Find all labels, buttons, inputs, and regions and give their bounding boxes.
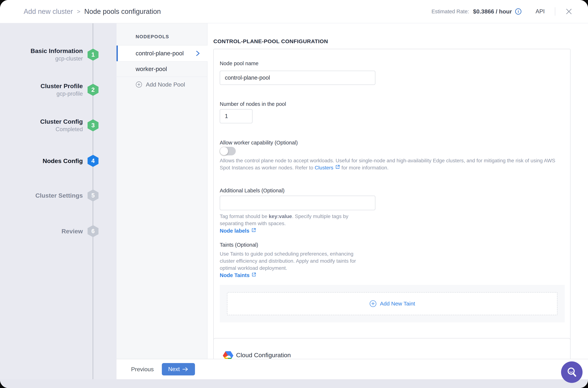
external-link-icon xyxy=(335,164,340,171)
stepper-connector-line xyxy=(93,23,93,388)
step-hexagon-badge: 6 xyxy=(88,225,98,237)
step-title: Cluster Config xyxy=(6,118,83,125)
breadcrumb: Add new cluster > Node pools configurati… xyxy=(24,8,161,16)
arrow-right-icon xyxy=(182,367,188,372)
pool-configuration-title: CONTROL-PLANE-POOL CONFIGURATION xyxy=(213,38,328,45)
plus-circle-icon xyxy=(369,300,377,307)
step-subtitle: gcp-profile xyxy=(6,90,83,97)
window-bottom-band xyxy=(0,379,588,388)
nodepool-item-control-plane-pool[interactable]: control-plane-pool xyxy=(116,45,207,62)
taints-label: Taints (Optional) xyxy=(220,242,258,248)
wizard-footer: Previous Next xyxy=(116,359,588,379)
step-title: Cluster Settings xyxy=(6,192,83,199)
api-button[interactable]: API xyxy=(536,8,545,15)
node-labels-link[interactable]: Node labels xyxy=(220,228,256,234)
close-icon[interactable] xyxy=(565,8,572,15)
stepper-step-basic-information[interactable]: Basic Information gcp-cluster 1 xyxy=(0,49,116,61)
breadcrumb-separator: > xyxy=(77,8,80,15)
add-node-pool-button[interactable]: Add Node Pool xyxy=(136,77,185,92)
header-divider xyxy=(555,7,555,16)
taints-description: Use Taints to guide pod scheduling prefe… xyxy=(220,250,365,272)
worker-capability-label: Allow worker capability (Optional) xyxy=(220,140,298,146)
nodepool-item-label: control-plane-pool xyxy=(136,50,184,57)
stepper-step-cluster-settings[interactable]: Cluster Settings 5 xyxy=(0,190,116,201)
worker-capability-description: Allows the control plane node to accept … xyxy=(220,157,565,171)
node-count-label: Number of nodes in the pool xyxy=(220,101,286,107)
external-link-icon xyxy=(251,228,256,234)
node-count-input[interactable] xyxy=(220,109,252,123)
previous-button[interactable]: Previous xyxy=(131,366,154,373)
add-cluster-wizard-window: Basic Information gcp-cluster 1 Cluster … xyxy=(0,0,588,388)
chevron-right-icon xyxy=(195,50,201,56)
step-hexagon-badge: 2 xyxy=(88,84,98,96)
stepper-sidebar xyxy=(0,23,116,388)
nodepools-header: NODEPOOLS xyxy=(136,34,169,40)
plus-circle-icon xyxy=(136,81,142,88)
step-hexagon-badge: 3 xyxy=(88,119,98,131)
step-subtitle: Completed xyxy=(6,126,83,133)
step-title: Review xyxy=(6,227,83,235)
toggle-knob xyxy=(220,147,228,155)
help-chat-button[interactable] xyxy=(561,362,583,383)
stepper-step-cluster-profile[interactable]: Cluster Profile gcp-profile 2 xyxy=(0,84,116,96)
step-title: Cluster Profile xyxy=(6,82,83,90)
node-pool-name-input[interactable] xyxy=(220,71,375,85)
estimated-rate-value: $0.3866 / hour xyxy=(473,8,512,15)
nodepool-item-label: worker-pool xyxy=(136,66,167,73)
step-hexagon-badge: 1 xyxy=(88,49,98,61)
step-subtitle: gcp-cluster xyxy=(6,55,83,62)
info-icon[interactable]: i xyxy=(515,8,521,15)
step-title: Basic Information xyxy=(6,47,83,55)
additional-labels-label: Additional Labels (Optional) xyxy=(220,188,285,194)
breadcrumb-node-pools-configuration: Node pools configuration xyxy=(84,8,161,16)
stepper-step-cluster-config[interactable]: Cluster Config Completed 3 xyxy=(0,119,116,131)
external-link-icon xyxy=(251,272,256,278)
step-hexagon-badge: 5 xyxy=(88,190,98,201)
cloud-configuration-title: Cloud Configuration xyxy=(236,352,291,359)
next-button[interactable]: Next xyxy=(162,363,195,375)
node-taints-link[interactable]: Node Taints xyxy=(220,272,256,278)
add-new-taint-button[interactable]: Add New Taint xyxy=(227,292,557,315)
wizard-header: Add new cluster > Node pools configurati… xyxy=(0,0,588,23)
additional-labels-hint: Tag format should be key:value. Specify … xyxy=(220,213,371,227)
stepper-step-review[interactable]: Review 6 xyxy=(0,225,116,237)
search-chat-icon xyxy=(565,365,578,379)
nodepool-item-worker-pool[interactable]: worker-pool xyxy=(116,62,207,77)
breadcrumb-add-new-cluster[interactable]: Add new cluster xyxy=(24,8,73,16)
worker-capability-toggle[interactable] xyxy=(220,147,236,155)
pool-configuration-card: Node pool name Number of nodes in the po… xyxy=(213,49,570,342)
additional-labels-input[interactable] xyxy=(220,196,375,210)
estimated-rate-label: Estimated Rate: xyxy=(431,9,469,15)
taints-drop-zone: Add New Taint xyxy=(220,285,565,322)
node-pool-name-label: Node pool name xyxy=(220,60,258,67)
step-title: Nodes Config xyxy=(6,157,83,165)
step-hexagon-badge: 4 xyxy=(88,155,98,167)
stepper-step-nodes-config[interactable]: Nodes Config 4 xyxy=(0,155,116,167)
wizard-content-panel: NODEPOOLS control-plane-pool worker-pool… xyxy=(116,23,588,379)
nodepools-panel: NODEPOOLS control-plane-pool worker-pool… xyxy=(116,23,207,359)
clusters-link[interactable]: Clusters xyxy=(315,164,340,171)
